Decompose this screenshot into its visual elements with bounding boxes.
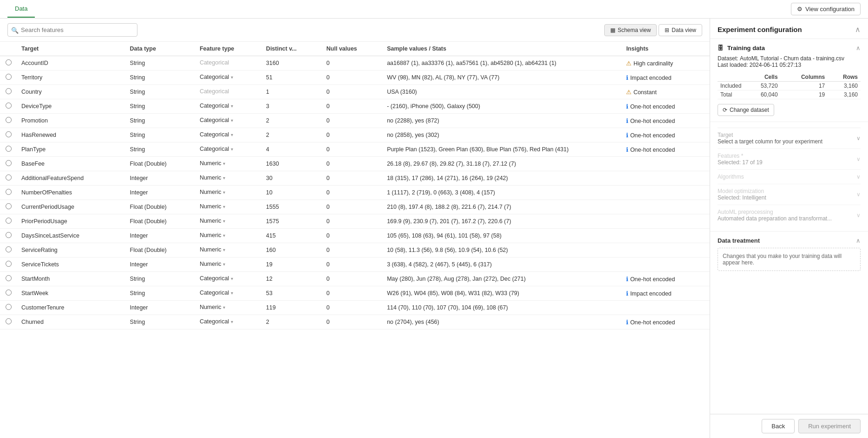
feature-type-dropdown-icon[interactable]: ▾ (223, 247, 225, 252)
data-treatment-collapse-button[interactable]: ∧ (856, 237, 861, 244)
row-radio-cell[interactable] (0, 85, 17, 99)
row-radio-cell[interactable] (0, 114, 17, 128)
view-configuration-button[interactable]: ⚙ View configuration (791, 3, 861, 15)
row-radio-cell[interactable] (0, 258, 17, 272)
config-items-section: Target Select a target column for your e… (710, 122, 868, 232)
row-feature-type[interactable]: Categorical ▾ (195, 142, 261, 155)
row-feature-type[interactable]: Numeric ▾ (195, 157, 261, 170)
row-insight: ℹ One-hot encoded (621, 272, 710, 286)
row-radio-cell[interactable] (0, 56, 17, 71)
feature-type-dropdown-icon[interactable]: ▾ (223, 219, 225, 224)
target-config-row[interactable]: Target Select a target column for your e… (718, 128, 861, 148)
row-feature-type[interactable]: Numeric ▾ (195, 258, 261, 271)
row-feature-type[interactable]: Numeric ▾ (195, 243, 261, 256)
schema-view-button[interactable]: ▦ Schema view (604, 24, 657, 36)
table-row: TerritoryStringCategorical ▾510WV (98), … (0, 71, 710, 85)
row-radio-cell[interactable] (0, 186, 17, 200)
row-feature-type[interactable]: Numeric ▾ (195, 186, 261, 199)
feature-type-dropdown-icon[interactable]: ▾ (223, 204, 225, 209)
training-data-section: 🗄 Training data ∧ Dataset: AutoML Tutori… (710, 39, 868, 122)
stats-cells-total: 60,040 (744, 90, 780, 99)
automl-config-row: AutoML preprocessing Automated data prep… (718, 205, 861, 225)
row-insight (621, 157, 710, 171)
training-data-collapse-button[interactable]: ∧ (856, 45, 861, 52)
row-target: CustomerTenure (17, 301, 125, 315)
feature-type-dropdown-icon[interactable]: ▾ (223, 233, 225, 238)
search-input[interactable] (7, 23, 137, 37)
feature-type-dropdown-icon[interactable]: ▾ (231, 276, 233, 281)
model-opt-config-label: Model optimization (718, 188, 766, 194)
row-feature-type[interactable]: Categorical ▾ (195, 114, 261, 127)
change-dataset-button[interactable]: ⟳ Change dataset (718, 104, 774, 116)
row-feature-type[interactable]: Categorical ▾ (195, 286, 261, 299)
row-radio-cell[interactable] (0, 128, 17, 142)
row-feature-type[interactable]: Categorical ▾ (195, 71, 261, 84)
row-radio-cell[interactable] (0, 286, 17, 301)
row-radio-cell[interactable] (0, 200, 17, 214)
row-feature-type[interactable]: Categorical ▾ (195, 128, 261, 141)
table-row: PriorPeriodUsageFloat (Double)Numeric ▾1… (0, 214, 710, 229)
row-insight: ℹ Impact encoded (621, 71, 710, 85)
feature-type-dropdown-icon[interactable]: ▾ (223, 262, 225, 267)
row-radio-cell[interactable] (0, 171, 17, 186)
col-samples: Sample values / Stats (382, 42, 621, 56)
tab-data[interactable]: Data (7, 0, 35, 18)
insight-text: One-hot encoded (630, 276, 675, 283)
feature-type-dropdown-icon[interactable]: ▾ (223, 175, 225, 180)
data-view-button[interactable]: ⊞ Data view (659, 24, 702, 36)
feature-type-dropdown-icon[interactable]: ▾ (231, 319, 233, 324)
row-feature-type[interactable]: Categorical ▾ (195, 99, 261, 112)
row-radio-cell[interactable] (0, 229, 17, 243)
data-treatment-section: Data treatment ∧ Changes that you make t… (710, 232, 868, 277)
row-target: BaseFee (17, 157, 125, 171)
row-radio-cell[interactable] (0, 315, 17, 329)
table-row: PromotionStringCategorical ▾20no (2288),… (0, 114, 710, 128)
dataset-label: Dataset: (718, 55, 738, 62)
row-radio-cell[interactable] (0, 243, 17, 258)
last-loaded-value: 2024-06-11 05:27:13 (750, 62, 801, 68)
feature-type-dropdown-icon[interactable]: ▾ (231, 147, 233, 152)
feature-type-dropdown-icon[interactable]: ▾ (231, 103, 233, 109)
row-null-values: 0 (322, 71, 382, 85)
row-distinct: 2 (261, 114, 322, 128)
row-target: Promotion (17, 114, 125, 128)
stats-cells-included: 53,720 (744, 82, 780, 90)
row-feature-type[interactable]: Numeric ▾ (195, 229, 261, 242)
row-distinct: 51 (261, 71, 322, 85)
feature-type-dropdown-icon[interactable]: ▾ (223, 190, 225, 195)
insight-text: One-hot encoded (630, 319, 675, 326)
feature-type-dropdown-icon[interactable]: ▾ (231, 75, 233, 80)
insight-info-icon: ℹ (626, 132, 630, 139)
row-insight (621, 258, 710, 272)
row-feature-type[interactable]: Categorical (195, 56, 261, 69)
row-radio-cell[interactable] (0, 272, 17, 286)
feature-type-dropdown-icon[interactable]: ▾ (223, 161, 225, 166)
row-radio-cell[interactable] (0, 142, 17, 157)
row-target: StartMonth (17, 272, 125, 286)
row-samples: 210 (8), 197.4 (8), 188.2 (8), 221.6 (7)… (382, 200, 621, 214)
row-feature-type[interactable]: Categorical (195, 85, 261, 98)
data-table-wrap: Target Data type Feature type Distinct v… (0, 42, 710, 438)
row-distinct: 4 (261, 142, 322, 157)
row-feature-type[interactable]: Numeric ▾ (195, 200, 261, 213)
run-experiment-button[interactable]: Run experiment (798, 419, 861, 433)
row-feature-type[interactable]: Numeric ▾ (195, 171, 261, 184)
row-radio-cell[interactable] (0, 157, 17, 171)
table-row: StartWeekStringCategorical ▾530W26 (91),… (0, 286, 710, 301)
feature-type-dropdown-icon[interactable]: ▾ (223, 305, 225, 310)
row-radio-cell[interactable] (0, 99, 17, 114)
feature-type-dropdown-icon[interactable]: ▾ (231, 290, 233, 296)
feature-type-dropdown-icon[interactable]: ▾ (231, 118, 233, 123)
row-radio-cell[interactable] (0, 71, 17, 85)
row-feature-type[interactable]: Categorical ▾ (195, 315, 261, 328)
collapse-panel-button[interactable]: ∧ (855, 25, 861, 34)
feature-type-dropdown-icon[interactable]: ▾ (231, 132, 233, 137)
row-feature-type[interactable]: Numeric ▾ (195, 214, 261, 227)
row-feature-type[interactable]: Numeric ▾ (195, 301, 261, 314)
back-button[interactable]: Back (762, 419, 795, 433)
row-radio-cell[interactable] (0, 214, 17, 229)
row-radio-cell[interactable] (0, 301, 17, 315)
row-feature-type[interactable]: Categorical ▾ (195, 272, 261, 285)
stats-label-total: Total (718, 90, 744, 99)
features-config-label: Features * (718, 153, 763, 159)
